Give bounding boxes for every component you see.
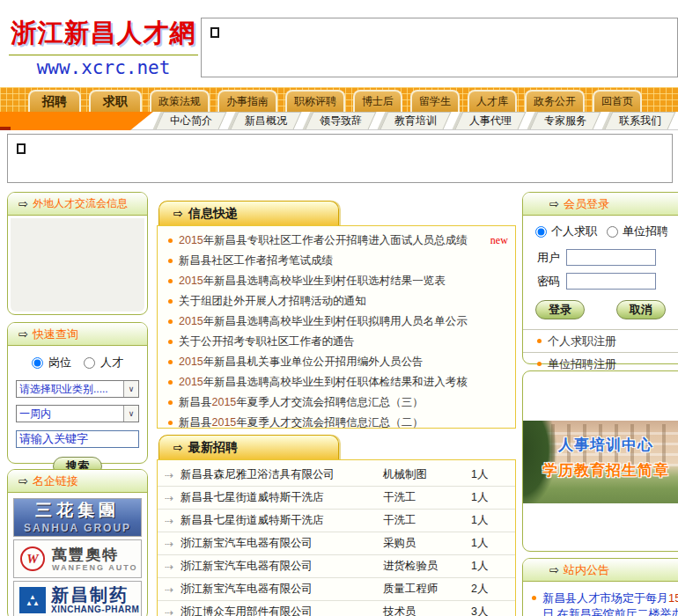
notice-item[interactable]: 新昌县人才市场定于每月15日 在新昌宾馆前厅二楼举办人才集 xyxy=(532,590,678,616)
nav-tab-contact[interactable]: 联系我们 xyxy=(608,112,672,129)
arrow-icon: ⇨ xyxy=(18,475,28,487)
nav-tab-guide[interactable]: 办事指南 xyxy=(217,90,277,112)
bullet-icon xyxy=(537,362,542,366)
arrow-icon: ⇨ xyxy=(18,328,28,340)
nav-tab-recruit[interactable]: 招聘 xyxy=(28,90,81,112)
quick-search-header: ⇨ 快速查询 xyxy=(8,323,147,346)
nav-tab-overseas[interactable]: 留学生 xyxy=(410,90,460,112)
bullet-icon xyxy=(168,279,173,283)
news-item[interactable]: 新昌县2015年夏季人才交流会招聘信息汇总（二） xyxy=(158,413,515,433)
username-input[interactable] xyxy=(566,249,656,266)
member-login-box: ⇨ 会员登录 个人求职 单位招聘 用户 密码 登录 取消 个人求职注册 单位招聘… xyxy=(522,192,678,364)
main-ad-banner[interactable] xyxy=(7,134,673,183)
arrow-icon: ⇨ xyxy=(173,442,183,453)
password-input[interactable] xyxy=(566,273,656,290)
nav-tab-hr-agency[interactable]: 人事代理 xyxy=(459,112,522,129)
chevron-down-icon: ∨ xyxy=(123,381,138,397)
news-tab-header: ⇨ 信息快递 xyxy=(158,201,339,225)
job-row[interactable]: ⇢新昌县森尼雅卫浴洁具有限公司机械制图1人 xyxy=(158,464,515,487)
nav2-swoosh-edge xyxy=(0,127,11,130)
login-button[interactable]: 登录 xyxy=(535,300,585,319)
member-login-header: ⇨ 会员登录 xyxy=(523,193,678,216)
training-banner-line1: 人事培训中心 xyxy=(523,435,678,455)
nav-tab-titles[interactable]: 职称评聘 xyxy=(285,90,345,112)
training-banner-image[interactable]: 人事培训中心 学历教育招生简章 xyxy=(523,421,678,503)
xinchang-pharm-emblem-icon: ▲▲▲ xyxy=(19,587,46,613)
site-notice-header: ⇨ 站内公告 xyxy=(523,559,678,582)
username-label: 用户 xyxy=(537,250,560,266)
nav-tab-talentpool[interactable]: 人才库 xyxy=(468,90,517,112)
job-row[interactable]: ⇢浙江新宝汽车电器有限公司质量工程师2人 xyxy=(158,578,515,601)
job-row[interactable]: ⇢浙江新宝汽车电器有限公司进货检验员1人 xyxy=(158,555,515,578)
cancel-button[interactable]: 取消 xyxy=(616,300,666,319)
primary-nav: 招聘 求职 政策法规 办事指南 职称评聘 博士后 留学生 人才库 政务公开 回首… xyxy=(0,87,678,112)
exchange-info-title: 外地人才交流会信息 xyxy=(33,196,128,211)
xinchang-pharm-logo[interactable]: ▲▲▲ 新昌制药 XINCHANG-PHARM xyxy=(13,581,142,616)
bullet-icon xyxy=(168,380,173,385)
header-ad-banner[interactable] xyxy=(201,18,678,77)
job-row[interactable]: ⇢新昌县七星街道威特斯干洗店干洗工1人 xyxy=(158,487,515,510)
dashed-arrow-icon: ⇢ xyxy=(158,561,181,573)
bullet-icon xyxy=(168,299,173,304)
news-item[interactable]: 新昌县2015年夏季人才交流会招聘信息汇总（三） xyxy=(158,392,515,413)
nav-tab-leader-speech[interactable]: 领导致辞 xyxy=(309,112,372,129)
quick-search-box: ⇨ 快速查询 岗位 人才 请选择职业类别..... ∨ 一周内 ∨ 搜索 xyxy=(7,322,148,464)
chevron-down-icon: ∨ xyxy=(123,406,138,422)
company-links-header: ⇨ 名企链接 xyxy=(8,470,147,493)
search-mode-job-radio[interactable] xyxy=(32,357,43,369)
arrow-icon: ⇨ xyxy=(549,564,559,576)
nav-tab-expert-service[interactable]: 专家服务 xyxy=(534,112,597,129)
nav-tab-gov-affairs[interactable]: 政务公开 xyxy=(525,90,585,112)
news-list: 2015年新昌县专职社区工作者公开招聘进入面试人员总成绩new 新昌县社区工作者… xyxy=(157,225,516,429)
site-url: www.xcrc.net xyxy=(9,57,198,78)
site-notice-box: ⇨ 站内公告 新昌县人才市场定于每月15日 在新昌宾馆前厅二楼举办人才集 xyxy=(522,558,678,616)
dashed-arrow-icon: ⇢ xyxy=(158,492,181,504)
news-item[interactable]: 2015年新昌县专职社区工作者公开招聘进入面试人员总成绩new xyxy=(158,231,515,251)
news-item[interactable]: 关于公开招考专职社区工作者的通告 xyxy=(158,332,515,352)
exchange-info-box: ⇨ 外地人才交流会信息 xyxy=(7,192,148,315)
jobs-tab-header: ⇨ 最新招聘 xyxy=(158,435,339,459)
search-mode-talent-radio[interactable] xyxy=(84,357,95,369)
training-banner-box: 人事培训中心 学历教育招生简章 xyxy=(522,370,678,552)
nav-tab-jobseek[interactable]: 求职 xyxy=(89,90,142,112)
nav-tab-xinchang-overview[interactable]: 新昌概况 xyxy=(234,112,298,129)
company-links-box: ⇨ 名企链接 三花集團 SANHUA GROUP W 萬豐奧特 WANFENG … xyxy=(7,469,148,616)
new-badge: new xyxy=(490,234,508,247)
site-title: 浙江新昌人才網 xyxy=(9,16,198,55)
nav-tab-postdoc[interactable]: 博士后 xyxy=(353,90,402,112)
job-category-select[interactable]: 请选择职业类别..... ∨ xyxy=(16,380,139,398)
job-row[interactable]: ⇢浙江博众车用部件有限公司技术员3人 xyxy=(158,601,515,616)
time-period-select[interactable]: 一周内 ∨ xyxy=(16,405,139,422)
site-logo[interactable]: 浙江新昌人才網 www.xcrc.net xyxy=(9,16,198,78)
login-company-radio[interactable] xyxy=(607,226,618,238)
news-item[interactable]: 2015年新昌县选聘高校毕业生到村任职选村结果一览表 xyxy=(158,271,515,291)
bullet-icon xyxy=(168,319,173,324)
broken-image-icon xyxy=(17,143,26,154)
register-personal-link[interactable]: 个人求职注册 xyxy=(523,330,678,353)
news-item[interactable]: 2015年新昌县选聘高校毕业生到村任职拟聘用人员名单公示 xyxy=(158,312,515,332)
dashed-arrow-icon: ⇢ xyxy=(158,583,181,596)
jobs-title: 最新招聘 xyxy=(188,440,238,456)
nav-tab-center-intro[interactable]: 中心简介 xyxy=(159,112,223,129)
sanhua-group-logo[interactable]: 三花集團 SANHUA GROUP xyxy=(13,498,142,537)
wanfeng-auto-logo[interactable]: W 萬豐奧特 WANFENG AUTO xyxy=(13,539,142,578)
nav-tab-education[interactable]: 教育培训 xyxy=(384,112,447,129)
job-row[interactable]: ⇢浙江新宝汽车电器有限公司采购员1人 xyxy=(158,532,515,555)
news-item[interactable]: 2015年新昌县选聘高校毕业生到村任职体检结果和进入考核 xyxy=(158,372,515,392)
site-notice-title: 站内公告 xyxy=(564,562,609,578)
login-personal-radio[interactable] xyxy=(535,226,547,238)
news-item[interactable]: 关于组团赴外开展人才招聘活动的通知 xyxy=(158,291,515,312)
bullet-icon xyxy=(168,360,173,364)
news-title: 信息快递 xyxy=(188,206,238,222)
nav-tab-policy[interactable]: 政策法规 xyxy=(150,90,210,112)
news-item[interactable]: 新昌县社区工作者招考笔试成绩 xyxy=(158,251,515,271)
dashed-arrow-icon: ⇢ xyxy=(158,538,181,550)
news-item[interactable]: 2015年新昌县机关事业单位公开招用编外人员公告 xyxy=(158,352,515,372)
job-row[interactable]: ⇢新昌县七星街道威特斯干洗店干洗工1人 xyxy=(158,510,515,532)
login-personal-label: 个人求职 xyxy=(551,224,597,239)
member-login-title: 会员登录 xyxy=(564,196,609,212)
nav-tab-home[interactable]: 回首页 xyxy=(593,90,642,112)
broken-image-icon xyxy=(210,27,219,38)
bullet-icon xyxy=(537,339,542,343)
keyword-input[interactable] xyxy=(16,430,139,448)
